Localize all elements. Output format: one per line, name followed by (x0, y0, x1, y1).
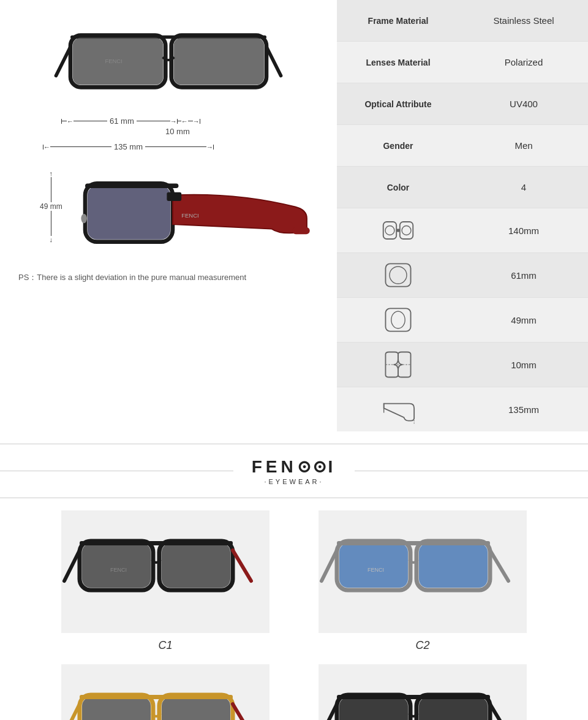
spec-label-optical: Optical Attribute (337, 83, 459, 124)
svg-rect-32 (80, 541, 233, 545)
spec-icon-bridge (337, 343, 459, 387)
lens-height-value: 49mm (511, 315, 537, 325)
colors-section: FENCI C1 FENCI C2 (0, 498, 588, 720)
color-item-c3: FENCI C3 (49, 664, 282, 720)
color-item-c4: FENCI C4 (306, 664, 539, 720)
right-panel: Frame Material Stainless Steel Lenses Ma… (337, 0, 588, 431)
bridge-width-value: 10mm (511, 360, 537, 370)
svg-rect-9 (88, 186, 170, 240)
color-value: 4 (521, 182, 526, 192)
dim-135-label: 135 mm (111, 142, 145, 151)
svg-rect-22 (385, 308, 410, 331)
svg-rect-40 (419, 544, 488, 588)
svg-text:FENCI: FENCI (110, 567, 127, 573)
svg-text:FENCI: FENCI (181, 212, 199, 219)
svg-rect-41 (337, 541, 490, 545)
line-61-right (137, 121, 170, 121)
tick-right (200, 119, 200, 124)
color-label-c1: C1 (158, 639, 172, 652)
spec-label-color: Color (337, 167, 459, 208)
svg-rect-11 (167, 192, 181, 201)
spec-row-temple: 135mm (337, 387, 588, 431)
spec-icon-lens-height (337, 298, 459, 342)
color-label: Color (387, 183, 410, 192)
color-image-c4: FENCI (318, 664, 527, 720)
spec-value-frame: Stainless Steel (459, 0, 588, 41)
spec-row-lens-height: 49mm (337, 298, 588, 343)
ps-note: PS：There is a slight deviation in the pu… (18, 271, 318, 284)
svg-rect-19 (396, 229, 400, 232)
line-135-left (50, 146, 111, 147)
dim-135-row: ← 135 mm → (43, 142, 318, 151)
spec-value-gender: Men (459, 125, 588, 166)
color-label-c2: C2 (415, 639, 429, 652)
glasses-front-view: FENCI (18, 12, 318, 110)
line-10 (188, 121, 193, 121)
spec-row-color: Color 4 (337, 167, 588, 208)
lenses-material-label: Lenses Material (366, 58, 430, 67)
svg-point-18 (402, 226, 411, 235)
spec-value-temple: 135mm (459, 387, 588, 431)
optical-attribute-value: UV400 (510, 99, 538, 109)
spec-row-frame: Frame Material Stainless Steel (337, 0, 588, 42)
spec-row-gender: Gender Men (337, 125, 588, 167)
line-left-1 (62, 121, 67, 121)
line-135-right (145, 146, 206, 147)
svg-rect-50 (80, 695, 233, 699)
svg-point-12 (81, 214, 87, 223)
svg-rect-4 (173, 37, 264, 85)
spec-label-frame: Frame Material (337, 0, 459, 41)
dim-10-label: 10 mm (165, 127, 318, 136)
svg-rect-58 (419, 697, 488, 720)
svg-line-5 (56, 47, 70, 75)
spec-value-color: 4 (459, 167, 588, 208)
tick-135-right (213, 145, 214, 150)
frame-material-label: Frame Material (368, 16, 429, 26)
gender-label: Gender (383, 141, 413, 151)
brand-line-right (355, 471, 588, 471)
dimension-diagram: ← 61 mm → ← → 10 mm (61, 116, 318, 136)
svg-rect-56 (339, 697, 408, 720)
temple-length-value: 135mm (508, 404, 539, 415)
lens-width-value: 61mm (511, 270, 537, 281)
spec-value-optical: UV400 (459, 83, 588, 124)
spec-label-lenses: Lenses Material (337, 42, 459, 83)
brand-subtitle: ·EYEWEAR· (252, 478, 337, 485)
spec-row-optical: Optical Attribute UV400 (337, 83, 588, 125)
spec-row-total-width: 140mm (337, 208, 588, 253)
svg-point-23 (391, 311, 405, 328)
spec-row-bridge: 10mm (337, 343, 588, 387)
svg-text:FENCI: FENCI (105, 58, 122, 64)
color-image-c2: FENCI (318, 510, 527, 633)
lenses-material-value: Polarized (505, 57, 543, 67)
frame-material-value: Stainless Steel (493, 15, 554, 26)
vert-arrow-49: ↑ 49 mm ↓ (40, 170, 62, 243)
spec-label-gender: Gender (337, 125, 459, 166)
spec-row-lenses: Lenses Material Polarized (337, 42, 588, 83)
svg-rect-59 (337, 695, 490, 699)
color-image-c1: FENCI (61, 510, 270, 633)
brand-line-left (0, 471, 233, 471)
svg-point-21 (390, 267, 407, 284)
spec-value-total-width: 140mm (459, 208, 588, 252)
svg-rect-31 (162, 544, 230, 588)
svg-rect-14 (292, 227, 310, 234)
ps-note-text: PS：There is a slight deviation in the pu… (18, 273, 246, 282)
color-item-c2: FENCI C2 (306, 510, 539, 652)
svg-line-6 (266, 47, 281, 75)
spec-icon-lens-width (337, 253, 459, 297)
spec-value-lens-height: 49mm (459, 298, 588, 342)
vert-line-bottom (51, 211, 51, 236)
svg-rect-38 (339, 544, 408, 588)
brand-logo: FEN⊙⊙I ·EYEWEAR· (233, 457, 355, 485)
spec-icon-total-width (337, 208, 459, 252)
brand-name: FEN⊙⊙I (252, 457, 337, 477)
svg-rect-47 (82, 697, 151, 720)
vert-line-top (51, 177, 51, 202)
total-width-value: 140mm (508, 225, 539, 236)
svg-rect-29 (82, 544, 151, 588)
dim-61-label: 61 mm (107, 116, 137, 126)
line-61 (74, 121, 107, 121)
color-item-c1: FENCI C1 (49, 510, 282, 652)
spec-row-lens-width: 61mm (337, 253, 588, 298)
